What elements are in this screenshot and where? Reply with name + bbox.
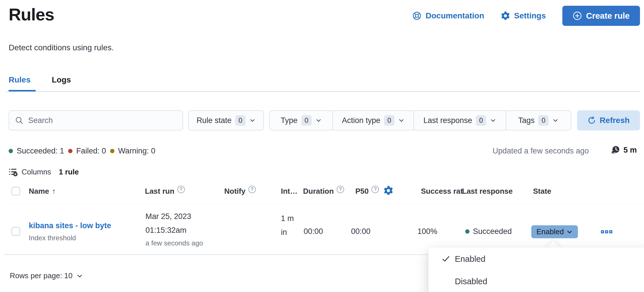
last-run-date: Mar 25, 2023 <box>145 212 191 221</box>
column-header-success-ratio[interactable]: Success rat <box>421 187 463 196</box>
last-run-relative: a few seconds ago <box>145 239 203 247</box>
column-header-last-response[interactable]: Last response <box>462 187 513 196</box>
documentation-icon <box>412 11 421 20</box>
table-toolbar: Columns 1 rule <box>9 167 79 177</box>
help-icon[interactable]: ? <box>177 186 185 193</box>
chevron-down-icon <box>398 117 405 124</box>
status-succeeded[interactable]: Succeeded: 1 <box>9 147 64 155</box>
run-status-summary: Succeeded: 1 Failed: 0 Warning: 0 <box>9 146 155 156</box>
help-icon[interactable]: ? <box>371 186 379 193</box>
filter-type[interactable]: Type 0 <box>270 111 333 130</box>
filter-action-type-label: Action type <box>342 116 380 125</box>
column-header-state[interactable]: State <box>533 187 551 196</box>
failed-label: Failed: 0 <box>76 147 106 155</box>
table-header: Name ↑ Last run ? Notify ? Int… Duration… <box>0 186 644 198</box>
succeeded-label: Succeeded: 1 <box>17 147 64 155</box>
documentation-button[interactable]: Documentation <box>412 11 484 20</box>
rows-per-page-label: Rows per page: 10 <box>10 271 72 280</box>
documentation-label: Documentation <box>425 11 484 20</box>
p50-value: 00:00 <box>351 227 371 236</box>
settings-label: Settings <box>514 11 546 20</box>
row-actions-button[interactable] <box>601 228 612 237</box>
columns-button[interactable]: Columns <box>9 167 51 176</box>
rule-name-link[interactable]: kibana sites - low byte <box>29 221 111 230</box>
filter-tags[interactable]: Tags 0 <box>506 111 571 130</box>
create-rule-label: Create rule <box>586 11 630 21</box>
page-subtitle: Detect conditions using rules. <box>9 43 114 52</box>
column-header-interval[interactable]: Int… <box>281 187 298 196</box>
filter-action-type-count: 0 <box>384 115 394 126</box>
column-header-name[interactable]: Name ↑ <box>29 187 56 196</box>
help-icon[interactable]: ? <box>248 186 256 193</box>
column-header-last-run[interactable]: Last run ? <box>145 187 185 196</box>
column-header-duration[interactable]: Duration ? <box>303 187 344 196</box>
succeeded-dot-icon <box>9 149 13 153</box>
refresh-interval-button[interactable]: 5 m <box>610 145 637 155</box>
duration-value: 00:00 <box>304 227 323 236</box>
refresh-label: Refresh <box>600 116 630 125</box>
popover-option-disabled[interactable]: Disabled <box>428 272 644 291</box>
columns-list-add-icon <box>9 167 18 176</box>
search-box <box>9 110 183 130</box>
search-icon <box>15 116 24 125</box>
column-header-notify[interactable]: Notify ? <box>224 187 256 196</box>
succeeded-dot-icon <box>465 229 469 234</box>
sort-ascending-icon: ↑ <box>52 187 56 196</box>
popover-option-enabled[interactable]: Enabled <box>428 250 644 268</box>
state-dropdown-badge[interactable]: Enabled <box>531 225 578 238</box>
last-response-value: Succeeded <box>465 227 512 236</box>
filter-tags-count: 0 <box>538 115 549 126</box>
state-label: Enabled <box>536 227 564 236</box>
warning-dot-icon <box>110 149 114 153</box>
warning-label: Warning: 0 <box>118 147 156 155</box>
tabs-divider <box>6 91 640 92</box>
row-checkbox[interactable] <box>12 227 20 236</box>
rule-type: Index threshold <box>29 234 76 242</box>
filter-bar: Rule state 0 Type 0 Action type 0 <box>0 110 644 130</box>
settings-button[interactable]: Settings <box>501 11 546 20</box>
chevron-down-icon <box>249 117 256 124</box>
chevron-down-icon <box>552 117 559 124</box>
header-actions: Documentation Settings Create rule <box>412 6 640 26</box>
check-icon <box>442 255 450 263</box>
filter-last-response-count: 0 <box>476 115 486 126</box>
popover-option-disabled-label: Disabled <box>455 277 487 286</box>
tab-rules[interactable]: Rules <box>9 75 30 84</box>
filter-last-response-label: Last response <box>423 116 472 125</box>
select-all-checkbox[interactable] <box>12 187 20 195</box>
chevron-down-icon <box>566 229 573 235</box>
status-failed[interactable]: Failed: 0 <box>68 147 106 155</box>
search-input[interactable] <box>28 116 177 125</box>
refresh-button[interactable]: Refresh <box>577 110 640 130</box>
status-warning[interactable]: Warning: 0 <box>110 147 156 155</box>
last-updated-text: Updated a few seconds ago <box>492 147 589 155</box>
success-ratio-value: 100% <box>417 227 437 236</box>
chevron-down-icon <box>315 117 322 124</box>
refresh-interval-label: 5 m <box>623 146 637 155</box>
column-header-p50[interactable]: P50 ? <box>355 187 393 196</box>
rows-per-page-button[interactable]: Rows per page: 10 <box>10 271 83 280</box>
plus-circle-icon <box>573 11 582 20</box>
create-rule-button[interactable]: Create rule <box>562 6 640 26</box>
filter-last-response[interactable]: Last response 0 <box>414 111 506 130</box>
rule-count: 1 rule <box>59 168 79 176</box>
filter-action-type[interactable]: Action type 0 <box>333 111 414 130</box>
filter-rule-state-count: 0 <box>235 115 246 126</box>
state-popover: Enabled Disabled <box>428 247 644 292</box>
last-response-label: Succeeded <box>473 227 512 236</box>
interval-value: 1 min <box>281 212 295 239</box>
tab-logs[interactable]: Logs <box>52 75 71 84</box>
failed-dot-icon <box>68 149 72 153</box>
timer-refresh-icon <box>610 145 620 155</box>
chevron-down-icon <box>76 272 83 279</box>
help-icon[interactable]: ? <box>337 186 344 193</box>
column-settings-gear-icon[interactable] <box>384 186 393 195</box>
popover-option-enabled-label: Enabled <box>455 254 485 264</box>
filter-rule-state: Rule state 0 <box>188 110 264 130</box>
filter-tags-label: Tags <box>518 116 534 125</box>
filter-type-count: 0 <box>301 115 312 126</box>
columns-label: Columns <box>22 168 51 176</box>
filter-rule-state-button[interactable]: Rule state 0 <box>189 111 263 130</box>
last-run-time: 01:15:32am <box>145 226 187 235</box>
gear-icon <box>501 11 510 20</box>
